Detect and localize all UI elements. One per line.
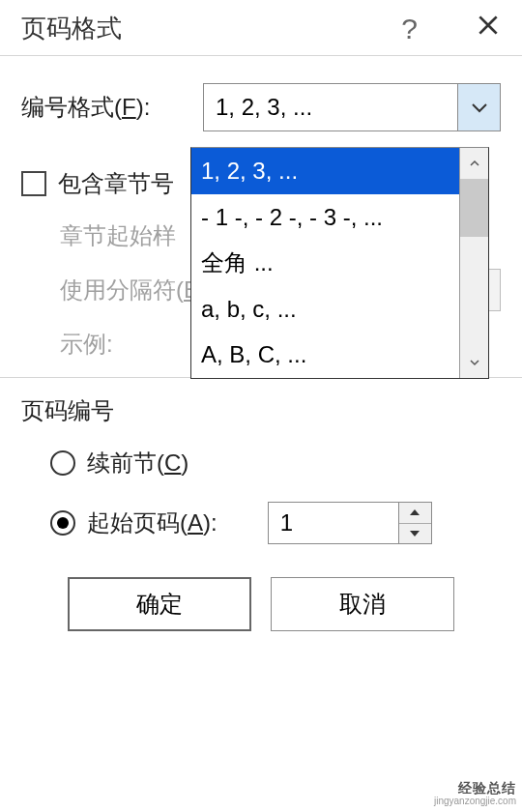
chevron-down-icon xyxy=(471,102,488,113)
continue-radio[interactable] xyxy=(50,450,75,476)
start-at-value[interactable]: 1 xyxy=(269,503,398,543)
number-format-label: 编号格式(F): xyxy=(21,92,186,123)
chevron-down-icon xyxy=(469,359,480,366)
close-button[interactable] xyxy=(476,13,501,44)
scroll-up-button[interactable] xyxy=(460,148,488,179)
dialog-title: 页码格式 xyxy=(21,12,122,45)
dropdown-option[interactable]: - 1 -, - 2 -, - 3 -, ... xyxy=(191,194,459,241)
scroll-down-button[interactable] xyxy=(460,347,488,378)
start-at-spinner[interactable]: 1 xyxy=(268,502,432,544)
start-at-decrement[interactable] xyxy=(399,524,431,544)
start-at-radio[interactable] xyxy=(50,510,75,536)
dropdown-option[interactable]: a, b, c, ... xyxy=(191,286,459,333)
scrollbar-track[interactable] xyxy=(460,237,488,347)
page-numbering-title: 页码编号 xyxy=(21,395,501,426)
titlebar: 页码格式 ? xyxy=(0,0,522,56)
scrollbar-thumb[interactable] xyxy=(460,179,488,237)
triangle-up-icon xyxy=(409,508,420,516)
number-format-value: 1, 2, 3, ... xyxy=(216,94,312,121)
start-at-increment[interactable] xyxy=(399,503,431,524)
dropdown-option[interactable]: A, B, C, ... xyxy=(191,332,459,378)
close-icon xyxy=(476,13,501,38)
help-button[interactable]: ? xyxy=(401,13,418,45)
number-format-dropdown-list: 1, 2, 3, ... - 1 -, - 2 -, - 3 -, ... 全角… xyxy=(190,147,489,379)
triangle-down-icon xyxy=(409,530,420,537)
continue-radio-label: 续前节(C) xyxy=(87,448,188,478)
chevron-up-icon xyxy=(469,160,480,167)
start-at-radio-label: 起始页码(A): xyxy=(87,508,218,538)
include-chapter-checkbox[interactable] xyxy=(21,171,46,196)
dropdown-option[interactable]: 全角 ... xyxy=(191,240,459,286)
dropdown-scrollbar[interactable] xyxy=(459,148,488,378)
include-chapter-label: 包含章节号 xyxy=(58,168,174,199)
number-format-dropdown-button[interactable] xyxy=(457,84,500,130)
number-format-combo[interactable]: 1, 2, 3, ... xyxy=(203,83,501,131)
dropdown-option[interactable]: 1, 2, 3, ... xyxy=(191,148,459,194)
ok-button[interactable]: 确定 xyxy=(68,577,251,631)
cancel-button[interactable]: 取消 xyxy=(271,577,454,631)
watermark: 经验总结 jingyanzongjie.com xyxy=(434,781,516,806)
